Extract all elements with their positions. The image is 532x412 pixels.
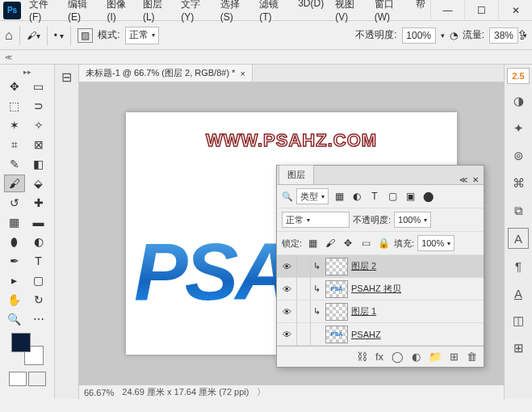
dodge-tool[interactable]: ◐ [28, 233, 49, 250]
delete-layer-icon[interactable]: 🗑 [467, 351, 477, 363]
panel-close-icon[interactable]: ✕ [472, 175, 479, 184]
close-button[interactable]: ✕ [498, 0, 532, 21]
visibility-icon[interactable]: 👁 [277, 307, 296, 317]
color-panel-icon[interactable]: ◑ [508, 90, 529, 111]
layer-thumb[interactable]: PSA [325, 326, 348, 343]
swatches-panel-icon[interactable]: ✦ [508, 118, 529, 139]
hand-tool[interactable]: ✋ [4, 291, 25, 309]
move-tool[interactable]: ✥ [4, 78, 25, 95]
gradient-tool[interactable]: ▦ [4, 213, 25, 231]
maximize-button[interactable]: ☐ [464, 0, 498, 21]
layer-mask-icon[interactable]: ◯ [392, 351, 404, 363]
menu-view[interactable]: 视图(V) [330, 0, 368, 26]
blur-tool[interactable]: ⬮ [4, 233, 25, 250]
edit-toolbar[interactable]: ⋯ [28, 310, 49, 328]
visibility-icon[interactable]: 👁 [277, 262, 296, 271]
brush-preset-icon[interactable]: 🖌▾ [27, 30, 40, 41]
crop-tool[interactable]: ⌗ [4, 136, 25, 153]
color-swatches[interactable] [11, 333, 44, 365]
dock-badge[interactable]: 2.5 [507, 68, 530, 84]
brushes-panel-icon[interactable]: ⧉ [508, 200, 529, 221]
filter-pixel-icon[interactable]: ▦ [332, 189, 346, 204]
visibility-icon[interactable]: 👁 [277, 284, 296, 294]
menu-3d[interactable]: 3D(D) [293, 0, 329, 26]
eyedropper-tool[interactable]: ✎ [4, 155, 25, 173]
foreground-swatch[interactable] [11, 333, 31, 352]
marquee-tool[interactable]: ⬚ [4, 97, 25, 115]
layer-row[interactable]: 👁 ↳ PSA PSAHZ 拷贝 [277, 278, 484, 301]
layers-panel-icon[interactable]: ◫ [508, 310, 529, 331]
layer-thumb[interactable]: PSA [325, 280, 348, 298]
quick-select-tool[interactable]: ✶ [4, 116, 25, 134]
libraries-panel-icon[interactable]: ⌘ [508, 173, 529, 194]
layer-name[interactable]: 图层 1 [351, 305, 484, 317]
layer-name[interactable]: PSAHZ 拷贝 [351, 283, 484, 295]
stamp-tool[interactable]: ⬙ [28, 174, 49, 192]
filter-toggle-icon[interactable]: ⬤ [421, 189, 435, 204]
paint-bucket-tool[interactable]: ▬ [28, 213, 49, 231]
collapse-chevron-icon[interactable]: ≪ [5, 53, 12, 61]
lock-transparent-icon[interactable]: ▦ [305, 236, 320, 250]
character-panel-icon[interactable]: A [508, 228, 529, 249]
new-layer-icon[interactable]: ⊞ [450, 351, 459, 363]
menu-window[interactable]: 窗口(W) [370, 0, 409, 26]
layer-opacity-input[interactable]: 100% ▾ [394, 212, 431, 228]
zoom-tool[interactable]: 🔍 [4, 310, 25, 328]
shape-tool[interactable]: ▢ [28, 271, 49, 289]
magic-wand-tool[interactable]: ✧ [28, 116, 49, 134]
paragraph-panel-icon[interactable]: ¶ [508, 255, 529, 276]
share-icon[interactable]: ⇪ [517, 27, 527, 43]
visibility-icon[interactable]: 👁 [277, 330, 296, 339]
minimize-button[interactable]: — [430, 0, 464, 21]
filter-smart-icon[interactable]: ▣ [403, 189, 417, 204]
home-icon[interactable]: ⌂ [5, 28, 13, 43]
rotate-view-tool[interactable]: ↻ [28, 291, 49, 309]
lock-artboard-icon[interactable]: ▭ [358, 236, 373, 250]
menu-image[interactable]: 图像(I) [102, 0, 136, 26]
lock-all-icon[interactable]: 🔒 [376, 236, 391, 250]
menu-file[interactable]: 文件(F) [24, 0, 61, 26]
brush-panel-icon[interactable]: ▨ [77, 28, 93, 43]
filter-type-select[interactable]: 类型 ▾ [296, 188, 329, 204]
layers-tab[interactable]: 图层 [279, 165, 314, 184]
search-icon[interactable]: 🔍 [282, 191, 293, 202]
screen-mode-icon[interactable] [28, 372, 46, 386]
pen-tool[interactable]: ✒ [4, 252, 25, 270]
quick-mask-icon[interactable] [9, 372, 27, 386]
fill-input[interactable]: 100% ▾ [417, 235, 455, 251]
menu-select[interactable]: 选择(S) [216, 0, 253, 26]
menu-layer[interactable]: 图层(L) [138, 0, 174, 26]
lock-position-icon[interactable]: ✥ [341, 236, 355, 250]
adjustment-layer-icon[interactable]: ◐ [412, 351, 421, 363]
tab-close-icon[interactable]: × [240, 69, 245, 78]
menu-help[interactable]: 帮 [411, 0, 430, 26]
menu-edit[interactable]: 编辑(E) [63, 0, 101, 26]
brush-tool[interactable]: 🖌 [4, 174, 25, 192]
document-tab[interactable]: 未标题-1 @ 66.7% (图层 2, RGB/8#) * × [79, 65, 253, 82]
layer-thumb[interactable] [325, 258, 348, 275]
layer-blend-select[interactable]: 正常 ▾ [282, 212, 350, 228]
layer-name[interactable]: PSAHZ [351, 330, 484, 339]
panel-icon[interactable]: ⊟ [61, 69, 72, 85]
menu-type[interactable]: 文字(Y) [176, 0, 214, 26]
layer-row[interactable]: 👁 PSA PSAHZ [277, 323, 484, 346]
history-brush-tool[interactable]: ↺ [4, 194, 25, 212]
status-zoom[interactable]: 66.67% [84, 388, 114, 397]
panel-collapse-icon[interactable]: ≪ [459, 175, 467, 184]
pressure-opacity-icon[interactable]: ◔ [450, 30, 458, 41]
styles-panel-icon[interactable]: A [508, 283, 529, 304]
filter-type-icon[interactable]: T [367, 189, 382, 204]
layer-row[interactable]: 👁 ↳ 图层 1 [277, 301, 484, 323]
filter-shape-icon[interactable]: ▢ [385, 189, 400, 204]
path-select-tool[interactable]: ▸ [4, 271, 25, 289]
blend-mode-select[interactable]: 正常 ▾ [125, 27, 159, 44]
layer-thumb[interactable] [325, 303, 348, 321]
layer-row[interactable]: 👁 ↳ 图层 2 [277, 255, 484, 278]
flow-input[interactable]: 38% [489, 27, 518, 44]
frame-tool[interactable]: ⊠ [28, 136, 49, 153]
menu-filter[interactable]: 滤镜(T) [254, 0, 291, 26]
layer-name[interactable]: 图层 2 [351, 260, 484, 272]
eraser-tool[interactable]: ◧ [28, 155, 49, 173]
lock-image-icon[interactable]: 🖌 [323, 236, 337, 250]
brush-size-icon[interactable]: • ▾ [54, 30, 65, 41]
